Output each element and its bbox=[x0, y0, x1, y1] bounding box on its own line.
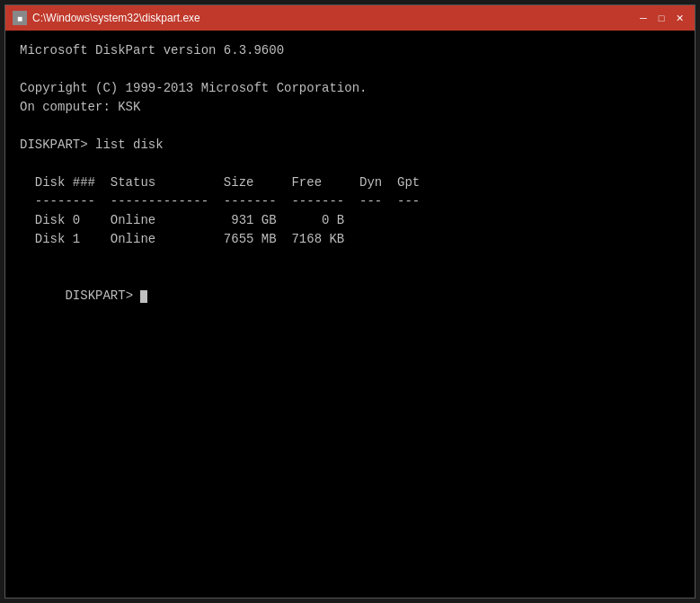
console-line-4: On computer: KSK bbox=[20, 98, 680, 117]
console-blank-4 bbox=[20, 249, 680, 268]
table-header: Disk ### Status Size Free Dyn Gpt bbox=[20, 173, 680, 192]
table-disk0: Disk 0 Online 931 GB 0 B bbox=[20, 211, 680, 230]
console-prompt: DISKPART> bbox=[20, 268, 680, 324]
table-disk1: Disk 1 Online 7655 MB 7168 KB bbox=[20, 230, 680, 249]
restore-button[interactable]: □ bbox=[653, 10, 669, 26]
console-line-1: Microsoft DiskPart version 6.3.9600 bbox=[20, 41, 680, 60]
console-blank-1 bbox=[20, 60, 680, 79]
title-bar-left: ■ C:\Windows\system32\diskpart.exe bbox=[13, 11, 200, 25]
prompt-text: DISKPART> bbox=[65, 288, 140, 303]
cursor-blink bbox=[140, 290, 147, 303]
close-button[interactable]: ✕ bbox=[671, 10, 687, 26]
console-line-command: DISKPART> list disk bbox=[20, 136, 680, 155]
title-bar: ■ C:\Windows\system32\diskpart.exe ─ □ ✕ bbox=[5, 5, 695, 31]
minimize-button[interactable]: ─ bbox=[635, 10, 651, 26]
title-bar-controls: ─ □ ✕ bbox=[635, 10, 687, 26]
window-title: C:\Windows\system32\diskpart.exe bbox=[32, 12, 200, 24]
window-icon: ■ bbox=[13, 11, 27, 25]
console-blank-3 bbox=[20, 155, 680, 173]
console-area[interactable]: Microsoft DiskPart version 6.3.9600 Copy… bbox=[5, 31, 695, 598]
table-divider: -------- ------------- ------- ------- -… bbox=[20, 192, 680, 211]
console-line-3: Copyright (C) 1999-2013 Microsoft Corpor… bbox=[20, 79, 680, 98]
cmd-window: ■ C:\Windows\system32\diskpart.exe ─ □ ✕… bbox=[4, 4, 696, 599]
console-blank-2 bbox=[20, 117, 680, 136]
